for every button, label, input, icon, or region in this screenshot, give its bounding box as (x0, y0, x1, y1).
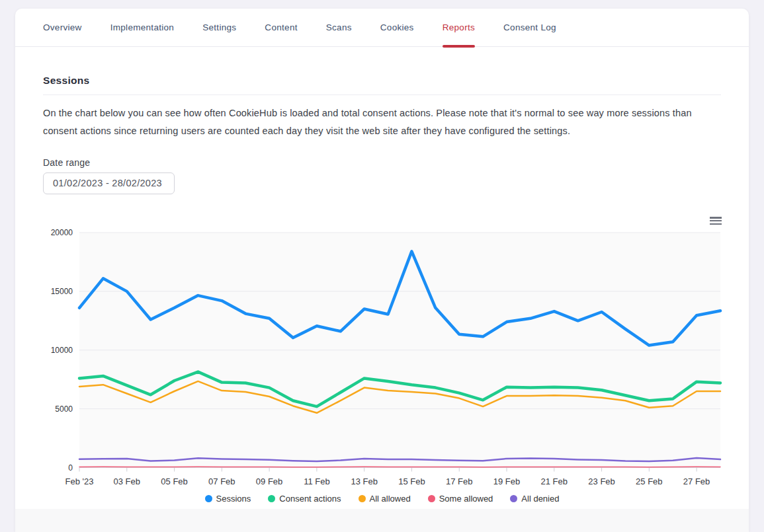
legend-dot (428, 495, 435, 502)
legend-item-sessions[interactable]: Sessions (205, 494, 251, 504)
x-axis-label: 11 Feb (304, 476, 330, 486)
legend-label: Sessions (216, 494, 251, 504)
x-axis-label: 23 Feb (588, 476, 615, 486)
y-axis-label: 20000 (51, 228, 73, 237)
report-section: Sessions On the chart below you can see … (15, 75, 749, 194)
legend-dot (268, 495, 275, 502)
x-axis-label: 07 Feb (208, 476, 235, 486)
tab-consent-log[interactable]: Consent Log (503, 9, 556, 46)
y-axis-label: 5000 (55, 404, 73, 414)
x-axis-label: 21 Feb (541, 476, 568, 486)
legend-label: Consent actions (279, 494, 341, 504)
chart-context-menu-icon[interactable] (710, 216, 722, 225)
legend-item-some-allowed[interactable]: Some allowed (428, 494, 493, 504)
tab-cookies[interactable]: Cookies (380, 9, 414, 46)
legend-dot (205, 495, 212, 502)
title-divider (43, 95, 721, 95)
y-axis-label: 10000 (51, 346, 73, 355)
page: { "page": { "background": "#f2f1f7", "ac… (0, 0, 764, 532)
x-axis-label: 27 Feb (683, 476, 710, 486)
legend-dot (359, 495, 366, 502)
x-axis-label: 03 Feb (114, 476, 140, 486)
legend-label: All denied (521, 494, 559, 504)
section-description: On the chart below you can see how often… (43, 104, 715, 140)
legend-label: Some allowed (439, 494, 493, 504)
tab-overview[interactable]: Overview (43, 9, 82, 46)
y-axis-label: 0 (68, 463, 73, 473)
chart-legend: SessionsConsent actionsAll allowedSome a… (15, 494, 749, 504)
x-axis-label: 19 Feb (493, 476, 520, 486)
legend-label: All allowed (370, 494, 411, 504)
tab-implementation[interactable]: Implementation (110, 9, 175, 46)
legend-item-all-allowed[interactable]: All allowed (359, 494, 411, 504)
date-range-label: Date range (43, 157, 721, 168)
tab-bar: OverviewImplementationSettingsContentSca… (15, 9, 749, 47)
tab-scans[interactable]: Scans (326, 9, 352, 46)
page-title: Sessions (43, 75, 721, 87)
x-axis-label: 13 Feb (351, 476, 377, 486)
sessions-chart: 05000100001500020000Feb '2303 Feb05 Feb0… (42, 210, 723, 490)
y-axis-label: 15000 (51, 287, 73, 296)
tab-reports[interactable]: Reports (443, 9, 475, 46)
series-line-some-allowed (79, 467, 720, 467)
legend-dot (510, 495, 517, 502)
tab-content[interactable]: Content (265, 9, 297, 46)
legend-item-all-denied[interactable]: All denied (510, 494, 559, 504)
x-axis-label: 09 Feb (256, 476, 282, 486)
bottom-strip (15, 509, 749, 532)
legend-item-consent-actions[interactable]: Consent actions (268, 494, 341, 504)
chart-canvas: 05000100001500020000Feb '2303 Feb05 Feb0… (42, 210, 723, 490)
x-axis-label: 05 Feb (161, 476, 187, 486)
x-axis-label: 15 Feb (398, 476, 425, 486)
date-range-input[interactable] (43, 172, 175, 194)
x-axis-label: 25 Feb (636, 476, 662, 486)
x-axis-label: 17 Feb (446, 476, 472, 486)
tab-settings[interactable]: Settings (202, 9, 236, 46)
x-axis-label: Feb '23 (65, 476, 94, 486)
main-card: OverviewImplementationSettingsContentSca… (15, 9, 749, 532)
